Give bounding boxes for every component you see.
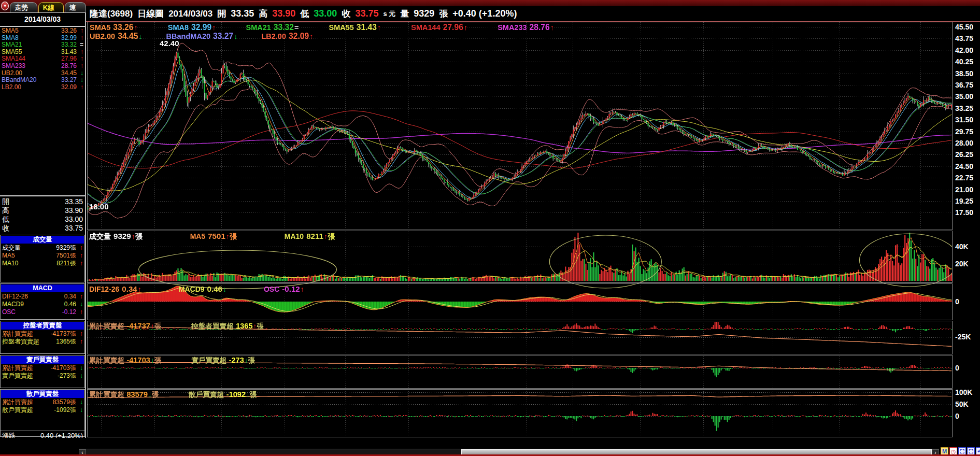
panel-label-name: OSC (264, 285, 279, 293)
trend-arrow-icon: ↑ (76, 330, 83, 338)
axis-tick-label: 17.50 (955, 208, 980, 217)
indicator-value: 33.32 (61, 41, 77, 49)
trend-arrow-icon: ↓ (77, 70, 83, 77)
sidebar-section: MACDDIF12-260.34↑MACD90.46↓OSC-0.12↑ (0, 283, 85, 320)
macd-panel-labels: DIF12-260.34↑MACD90.46↓OSC-0.12↑ (89, 284, 304, 293)
chart-type: 日線圖 (137, 8, 164, 20)
section-row-value: 0.34 (64, 293, 76, 301)
axis-tick-label: 43.75 (955, 34, 980, 42)
scrollbar-thumb[interactable] (461, 449, 932, 456)
axis-tick-label: 24.50 (955, 162, 980, 170)
panel-label-value: 31.43 (357, 23, 377, 32)
panel-label: MA108211↑張 (285, 232, 335, 241)
low-value: 33.00 (314, 8, 337, 19)
section-row: 實戶買賣超-273張↓ (1, 372, 84, 380)
panel-label-name: 成交量 (89, 232, 111, 240)
panel-label: SMA832.99↑ (168, 23, 216, 32)
panel-label-value: -273 (229, 356, 244, 364)
trend-arrow-icon: ↑ (309, 32, 313, 40)
panel-label-unit: 張 (257, 322, 264, 330)
section-title: MACD (1, 284, 84, 292)
scroll-left-button[interactable]: ‹ (79, 449, 86, 456)
panel-label: MA57501↑張 (190, 232, 237, 241)
menu-dropdown-button[interactable]: ▼ (1, 2, 9, 10)
indicator-label: LB2.00 (2, 84, 21, 91)
trend-arrow-icon: ↑ (464, 23, 467, 32)
zoom-in-icon[interactable]: ⛶ (958, 447, 966, 455)
section-title: 實戶買賣盤 (1, 356, 84, 364)
ohlc-value: 33.90 (65, 206, 83, 215)
indicator-value: 31.43 (61, 49, 77, 56)
panel-label-value: 27.96 (443, 23, 463, 32)
trend-arrow-icon: ↑ (76, 293, 83, 301)
axis-tick-label: -25K (955, 333, 980, 341)
indicator-label: BBandMA20 (2, 77, 36, 84)
panel-label-value: 33.27 (213, 32, 233, 40)
panel-label: OSC-0.12↑ (264, 284, 304, 293)
big-player-panel-labels: 累計買賣超-41703↓張實戶買賣超-273↓張 (89, 356, 255, 365)
section-row: 累計買賣超-41737張↑ (1, 330, 84, 338)
horizontal-scrollbar[interactable]: ‹ › (79, 449, 939, 456)
open-value: 33.35 (231, 8, 254, 19)
trend-arrow-icon: ↓ (138, 32, 142, 40)
trend-tool-icon[interactable]: M (941, 447, 948, 455)
chart-canvas[interactable] (87, 22, 953, 438)
ohlc-label: 收 (2, 224, 9, 233)
panel-label: 累計買賣超-41703↓張 (89, 356, 161, 365)
section-row: MA108211張↑ (1, 260, 84, 267)
tab-trend-chart[interactable]: 走勢圖 (10, 2, 37, 12)
panel-label-unit: 張 (230, 232, 237, 240)
ohlc-row: 高33.90 (2, 206, 83, 215)
trend-arrow-icon: ↓ (246, 391, 250, 398)
controller-panel-labels: 累計買賣超-41737↑張控盤者買賣超1365↑張 (89, 322, 264, 331)
undo-icon[interactable]: ↶ (976, 447, 980, 455)
panel-label-value: 7501 (208, 232, 225, 240)
panel-label: 散戶買賣超-1092↓張 (189, 390, 257, 400)
section-row-label: DIF12-26 (2, 293, 28, 301)
trend-arrow-icon: ↓ (76, 398, 83, 406)
panel-label-name: SMA144 (411, 23, 440, 32)
section-row-label: MA10 (2, 260, 18, 267)
trend-arrow-icon: ↑ (76, 308, 83, 316)
axis-tick-label: 42.00 (955, 46, 980, 54)
trend-arrow-icon: ↑ (134, 23, 137, 32)
axis-tick-label: 0 (955, 412, 980, 420)
axis-tick-label: 35.00 (955, 92, 980, 101)
trend-arrow-icon: = (294, 23, 299, 32)
panel-label: MACD90.46↓ (179, 284, 226, 293)
indicator-value: 32.09 (61, 84, 77, 91)
scroll-right-button[interactable]: › (932, 449, 939, 456)
sidebar-date: 2014/03/03 (0, 12, 85, 27)
section-row-label: OSC (2, 308, 16, 316)
trend-arrow-icon: ↑ (77, 55, 83, 63)
indicator-row: SMA23328.76↑ (2, 63, 83, 70)
panel-label-value: 0.46 (207, 284, 222, 293)
panel-label-name: SMA5 (90, 23, 110, 32)
panel-label-value: -41737 (127, 322, 150, 330)
section-row: MACD90.46↓ (1, 301, 84, 308)
indicator-value: 27.96 (61, 55, 77, 63)
trend-arrow-icon: ↓ (223, 285, 226, 293)
tab-quick-view[interactable]: 速覽 (65, 2, 86, 12)
section-row-label: 累計買賣超 (2, 398, 33, 406)
zoom-out-icon[interactable]: ⛶ (967, 447, 975, 455)
panel-label-unit: 張 (250, 391, 257, 398)
section-row-label: MACD9 (2, 301, 24, 308)
panel-label-value: 34.45 (118, 32, 138, 40)
indicator-row: SMA832.99↑ (2, 35, 83, 42)
section-row-label: 散戶買賣超 (2, 406, 33, 414)
trend-arrow-icon: ↓ (245, 357, 248, 364)
trend-arrow-icon: ↑ (77, 35, 83, 42)
axis-tick-label: 36.75 (955, 81, 980, 89)
panel-label-value: 83579 (127, 390, 148, 398)
axis-tick-label: 29.75 (955, 127, 980, 136)
trend-arrow-icon: ↓ (77, 77, 83, 84)
tab-kline-chart[interactable]: K線圖 (38, 2, 64, 12)
panel-label-value: 32.99 (191, 23, 211, 32)
section-title: 散戶買賣盤 (1, 390, 84, 398)
panel-label-value: 8211 (306, 232, 323, 240)
panel-label: 成交量9329↑張 (89, 232, 143, 241)
trend-arrow-icon: ↑ (77, 63, 83, 70)
clock-icon[interactable]: ◷ (949, 447, 957, 455)
panel-label: DIF12-260.34↑ (89, 284, 141, 293)
